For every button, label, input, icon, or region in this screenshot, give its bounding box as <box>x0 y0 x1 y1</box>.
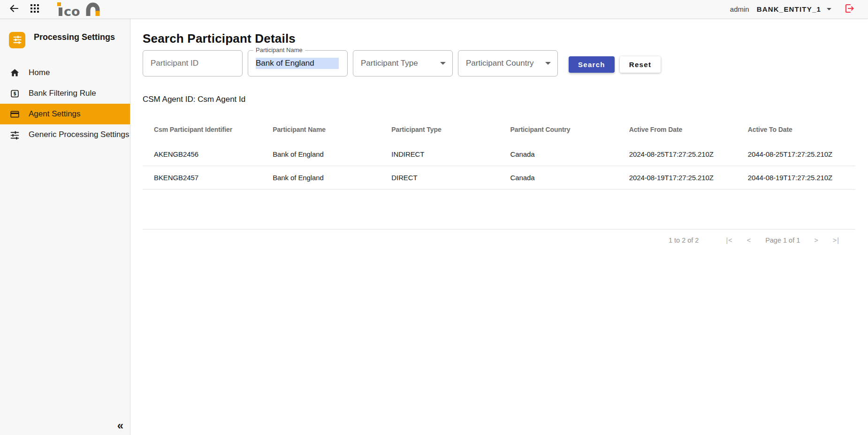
pagination-prev-button[interactable]: < <box>747 237 751 244</box>
search-button[interactable]: Search <box>569 56 615 73</box>
cell-participant-type: INDIRECT <box>380 150 499 158</box>
tune-icon <box>13 35 22 46</box>
logout-icon <box>844 3 855 15</box>
participant-country-placeholder: Participant Country <box>466 59 534 68</box>
back-button[interactable] <box>8 3 20 15</box>
topbar: co admin BANK_ENTITY_1 <box>0 0 868 19</box>
icon-logo: co <box>57 2 100 16</box>
page-title: Search Participant Details <box>143 31 855 46</box>
pagination-first-button[interactable]: |< <box>726 237 732 244</box>
cell-active-from-date: 2024-08-25T17:27:25.210Z <box>618 150 737 158</box>
tune-icon <box>9 130 20 140</box>
table-header-row: Csm Participant Identifier Participant N… <box>143 118 855 143</box>
back-arrow-icon <box>8 3 20 15</box>
table-row[interactable]: AKENGB2456 Bank of England INDIRECT Cana… <box>143 143 855 166</box>
sidebar-item-agent-settings[interactable]: Agent Settings <box>0 104 130 124</box>
chevron-down-icon <box>545 62 551 65</box>
main-content: Search Participant Details Participant N… <box>130 19 868 435</box>
home-icon <box>9 68 20 78</box>
sidebar-item-label: Agent Settings <box>29 109 81 119</box>
pagination-last-button[interactable]: >| <box>833 237 839 244</box>
participant-name-value: Bank of England <box>256 58 339 69</box>
column-header-active-from-date[interactable]: Active From Date <box>618 126 737 133</box>
pagination-summary: 1 to 2 of 2 <box>669 237 699 244</box>
svg-text:$: $ <box>13 91 16 96</box>
participants-table: Csm Participant Identifier Participant N… <box>143 118 855 229</box>
bank-dollar-icon: $ <box>9 89 20 99</box>
sidebar-nav: Home $ Bank Filtering Rule <box>0 62 130 145</box>
sidebar-item-generic-processing-settings[interactable]: Generic Processing Settings <box>0 124 130 145</box>
cell-participant-country: Canada <box>499 150 618 158</box>
chevron-down-icon <box>440 62 446 65</box>
cell-active-to-date: 2044-08-19T17:27:25.210Z <box>737 174 855 182</box>
sidebar-item-bank-filtering-rule[interactable]: $ Bank Filtering Rule <box>0 83 130 104</box>
entity-name: BANK_ENTITY_1 <box>757 5 821 13</box>
column-header-participant-type[interactable]: Participant Type <box>380 126 499 133</box>
cell-participant-type: DIRECT <box>380 174 499 182</box>
table-row[interactable]: BKENGB2457 Bank of England DIRECT Canada… <box>143 166 855 190</box>
cell-csm-participant-identifier: BKENGB2457 <box>143 174 261 182</box>
participant-type-select[interactable]: Participant Type <box>353 50 453 76</box>
sidebar-collapse-button[interactable]: « <box>117 420 123 431</box>
pagination-bar: 1 to 2 of 2 |< < Page 1 of 1 > >| <box>143 229 855 251</box>
column-header-csm-participant-identifier[interactable]: Csm Participant Identifier <box>143 126 261 133</box>
processing-settings-badge <box>9 32 25 48</box>
sidebar-item-label: Bank Filtering Rule <box>29 89 96 98</box>
participant-country-select[interactable]: Participant Country <box>458 50 558 76</box>
sidebar-item-label: Generic Processing Settings <box>29 130 129 139</box>
pagination-page-label: Page 1 of 1 <box>765 237 800 244</box>
chevron-down-icon <box>827 8 831 10</box>
cell-active-from-date: 2024-08-19T17:27:25.210Z <box>618 174 737 182</box>
apps-grid-icon <box>30 4 39 15</box>
apps-grid-button[interactable] <box>30 4 39 15</box>
sidebar-title: Processing Settings <box>34 32 115 42</box>
sidebar: Processing Settings Home $ Bank Fi <box>0 19 130 435</box>
cell-participant-country: Canada <box>499 174 618 182</box>
user-role-label: admin <box>730 5 749 13</box>
sidebar-item-home[interactable]: Home <box>0 62 130 83</box>
column-header-participant-name[interactable]: Participant Name <box>261 126 380 133</box>
svg-text:co: co <box>64 4 80 16</box>
column-header-participant-country[interactable]: Participant Country <box>499 126 618 133</box>
cell-active-to-date: 2044-08-25T17:27:25.210Z <box>737 150 855 158</box>
sidebar-item-label: Home <box>29 68 50 77</box>
search-filter-row: Participant Name Bank of England Partici… <box>143 50 855 76</box>
pagination-next-button[interactable]: > <box>814 237 818 244</box>
participant-id-input[interactable] <box>151 59 236 68</box>
sidebar-header: Processing Settings <box>0 19 130 48</box>
table-empty-space <box>143 190 855 229</box>
cell-participant-name: Bank of England <box>261 174 380 182</box>
reset-button[interactable]: Reset <box>620 56 661 73</box>
column-header-active-to-date[interactable]: Active To Date <box>737 126 855 133</box>
entity-selector[interactable]: BANK_ENTITY_1 <box>757 5 831 13</box>
logout-button[interactable] <box>844 3 855 15</box>
participant-name-field[interactable]: Participant Name Bank of England <box>248 50 348 76</box>
participant-type-placeholder: Participant Type <box>361 59 418 68</box>
credit-card-icon <box>9 109 20 119</box>
cell-participant-name: Bank of England <box>261 150 380 158</box>
participant-id-field <box>143 50 243 76</box>
csm-agent-id-line: CSM Agent ID: Csm Agent Id <box>143 95 855 104</box>
participant-name-label: Participant Name <box>253 46 305 53</box>
cell-csm-participant-identifier: AKENGB2456 <box>143 150 261 158</box>
